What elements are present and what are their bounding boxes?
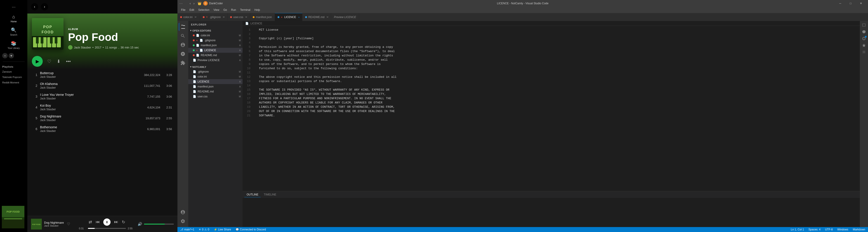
panel-tab-outline[interactable]: OUTLINE (244, 192, 260, 197)
warning-icon: ⚠ (204, 228, 207, 231)
menu-view[interactable]: View (212, 7, 221, 12)
status-line-col[interactable]: Ln 1, Col 1 (790, 227, 805, 232)
track-number: 2 (33, 84, 37, 87)
menu-help[interactable]: Help (253, 7, 262, 12)
player-heart-icon[interactable]: ♡ (67, 222, 70, 226)
playlist-item-zansium[interactable]: Zansium (0, 69, 27, 74)
sidebar-item-library[interactable]: 📚 Your Library (0, 38, 27, 52)
volume-bar[interactable] (144, 224, 174, 225)
panel-tab-timeline[interactable]: TIMELINE (261, 192, 278, 197)
status-branch[interactable]: ⎇ main*+1 (179, 227, 195, 232)
activity-extensions[interactable] (179, 59, 187, 67)
tab-color-ini[interactable]: color.ini M (178, 13, 200, 21)
status-language[interactable]: Markdown (852, 227, 866, 232)
tab-user-css[interactable]: user.css M (227, 13, 250, 21)
home-label: Home (11, 20, 17, 23)
open-editors-header[interactable]: ▾ OPEN EDITORS (188, 28, 243, 33)
sidebar-item-home[interactable]: ⌂ Home (0, 12, 27, 25)
menu-terminal[interactable]: Terminal (238, 7, 252, 12)
track-item[interactable]: 5 Dog Nightmare Jack Stauber 19,657,673 … (32, 113, 173, 123)
menu-go[interactable]: Go (221, 7, 229, 12)
tab-manifest-json[interactable]: manifest.json (250, 13, 275, 21)
open-editor-readme[interactable]: 📄 README.md M (188, 53, 243, 58)
file-licence[interactable]: 📄 LICENCE A (188, 79, 243, 84)
activity-debug[interactable] (179, 50, 187, 58)
maximize-button[interactable]: □ (845, 0, 856, 7)
close-button[interactable]: ✕ (856, 0, 866, 7)
open-editor-licence[interactable]: ✕ 📄 LICENCE A (188, 48, 243, 53)
right-bar-icon-1[interactable] (861, 22, 867, 28)
sidebar-item-search[interactable]: 🔍 Search (0, 25, 27, 38)
track-item[interactable]: 2 Oh Klahoma Jack Stauber 111,007,741 3:… (32, 80, 173, 91)
code-content[interactable]: MIT License Copyright (c) [year] [fullna… (253, 26, 860, 191)
status-discord[interactable]: 💬 Connected to Discord (235, 227, 267, 232)
open-editor-color-ini[interactable]: 📄 color.ini M (188, 33, 243, 38)
right-bar-icon-3[interactable] (861, 42, 867, 48)
file-user-css[interactable]: 📄 user.css M (188, 94, 243, 99)
next-button[interactable]: ⏭ (114, 220, 118, 224)
menu-file[interactable]: File (179, 7, 187, 12)
track-item[interactable]: 1 Buttercup Jack Stauber 384,222,324 3:2… (32, 70, 173, 80)
open-editor-manifest[interactable]: 📄 manifest.json A (188, 43, 243, 48)
track-item[interactable]: 6 Bothersome Jack Stauber 6,983,001 3:56 (32, 123, 173, 134)
titlebar-forward-button[interactable]: › (192, 1, 196, 6)
repeat-button[interactable]: ↻ (122, 220, 125, 225)
back-button[interactable]: ‹ (31, 3, 38, 10)
progress-bar[interactable] (88, 228, 126, 229)
activity-account[interactable] (179, 208, 187, 216)
file-manifest[interactable]: 📄 manifest.json A (188, 84, 243, 89)
activity-settings[interactable] (179, 217, 187, 225)
titlebar-back-button[interactable]: ‹ (188, 1, 192, 6)
status-errors[interactable]: ✕ 0 ⚠ 0 (198, 227, 210, 232)
forward-button[interactable]: › (41, 3, 48, 10)
tab-preview-licence[interactable]: Preview LICENCE (331, 13, 359, 21)
tab-dot (180, 16, 182, 18)
status-spaces[interactable]: Spaces: 4 (808, 227, 822, 232)
menu-edit[interactable]: Edit (188, 7, 196, 12)
tab-label-manifest-json: manifest.json (256, 15, 272, 19)
file-color-ini[interactable]: 📄 color.ini M (188, 74, 243, 79)
right-bar-icon-4[interactable] (861, 49, 867, 55)
file-gitignore[interactable]: 📄 .gitignore M (188, 69, 243, 74)
play-button[interactable]: ▶ (32, 56, 43, 67)
tab-close-icon: ✕ (281, 16, 283, 18)
status-encoding[interactable]: UTF-8 (824, 227, 834, 232)
liked-songs-button[interactable]: ♥ (8, 53, 14, 59)
activity-explorer[interactable] (179, 23, 187, 31)
notcamly-header[interactable]: ▾ NOTCAMLY (188, 65, 243, 69)
playlist-item-reddit[interactable]: Reddit Moment (0, 80, 27, 85)
minimize-button[interactable]: ─ (835, 0, 845, 7)
open-editor-preview-licence[interactable]: 📄 Preview LICENCE A (188, 58, 243, 63)
heart-button[interactable]: ♡ (46, 58, 52, 65)
playlist-item-tokimeki[interactable]: Tokimeki Popcorn (0, 74, 27, 80)
right-bar-notification[interactable]: 1 (861, 35, 867, 42)
add-playlist-button[interactable]: + (2, 53, 8, 59)
status-live-share[interactable]: ⚡ Live Share (213, 227, 232, 232)
file-name: manifest.json (197, 85, 214, 88)
track-duration: 2:55 (163, 117, 172, 120)
prev-button[interactable]: ⏮ (96, 220, 100, 224)
tab-licence[interactable]: ✕ LICENCE A (275, 13, 303, 21)
controls-bar: ▶ ♡ ⬇ ••• (27, 53, 178, 70)
track-item[interactable]: 3 I Love You Verne Troyer Jack Stauber 7… (32, 91, 173, 102)
app-title: LICENCE - NotCamly - Visual Studio Code (497, 2, 549, 5)
download-button[interactable]: ⬇ (56, 58, 61, 65)
spotify-menu-dots[interactable]: ··· (0, 2, 27, 12)
activity-git[interactable] (179, 41, 187, 49)
breadcrumb-path: 📄 (245, 22, 249, 25)
tab-gitignore[interactable]: ✕ .gitignore M (200, 13, 227, 21)
right-bar-icon-2[interactable] (861, 29, 867, 35)
menu-run[interactable]: Run (229, 7, 238, 12)
file-readme[interactable]: 📄 README.md M (188, 89, 243, 94)
menu-selection[interactable]: Selection (196, 7, 211, 12)
track-artist: Jack Stauber (40, 129, 135, 132)
shuffle-button[interactable]: ⇄ (89, 220, 92, 225)
open-editor-gitignore[interactable]: ✕ 📄 .gitignore M (188, 38, 243, 43)
tab-readme-md[interactable]: README.md M (303, 13, 331, 21)
pause-button[interactable]: ⏸ (103, 219, 111, 226)
track-item[interactable]: 4 Koi Boy Jack Stauber 4,624,104 2:31 (32, 102, 173, 113)
status-line-ending[interactable]: Windows (836, 227, 849, 232)
activity-search[interactable] (179, 32, 187, 40)
more-button[interactable]: ••• (65, 58, 72, 65)
svg-text:POP: POP (43, 25, 52, 29)
